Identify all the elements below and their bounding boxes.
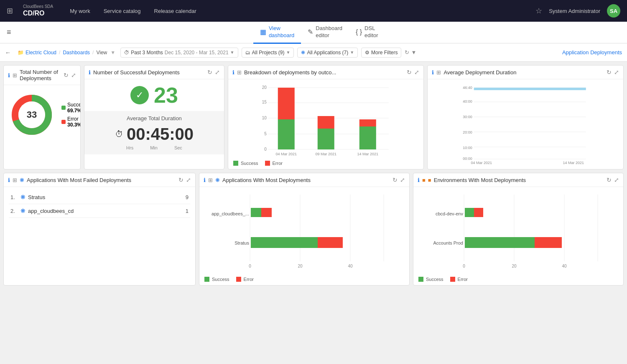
tab-dashboard-editor[interactable]: ✎ Dashboardeditor <box>301 22 349 44</box>
filter-time-period[interactable]: ⏱ Past 3 Months Dec 15, 2020 - Mar 15, 2… <box>120 48 238 58</box>
svg-text:Stratus: Stratus <box>234 240 249 245</box>
svg-rect-59 <box>535 237 562 248</box>
app-deployments-link[interactable]: Application Deployments <box>562 49 622 56</box>
widget-title-total: Total Number of Deployments <box>20 69 61 81</box>
svg-rect-55 <box>465 208 474 217</box>
info-icon-5[interactable]: ℹ <box>8 177 10 183</box>
view-dashboard-icon: ▦ <box>260 28 266 36</box>
info-icon-1[interactable]: ℹ <box>8 72 10 78</box>
info-icon-4[interactable]: ℹ <box>432 69 434 76</box>
svg-text:Accounts Prod: Accounts Prod <box>433 240 463 245</box>
favorite-icon[interactable]: ☆ <box>535 6 542 15</box>
error-label: Error 30.3% <box>67 116 81 128</box>
min-label: Min <box>150 145 158 150</box>
widget-icon-5: ⊞ <box>13 177 17 183</box>
refresh-widget-1[interactable]: ↻ <box>64 72 69 78</box>
expand-widget-7[interactable]: ⤢ <box>614 177 619 183</box>
filter-applications[interactable]: ❋ All Applications (7) ▼ <box>297 48 358 58</box>
refresh-widget-4[interactable]: ↻ <box>607 69 612 76</box>
refresh-widget-5[interactable]: ↻ <box>178 177 184 183</box>
projects-icon: 🗂 <box>245 50 250 56</box>
svg-text:30:00: 30:00 <box>463 115 473 119</box>
dropdown-icon[interactable]: ▼ <box>411 49 416 56</box>
failed-name-1[interactable]: Stratus <box>28 194 186 200</box>
svg-text:0: 0 <box>463 264 465 268</box>
breadcrumb-view: View <box>96 50 107 56</box>
expand-widget-4[interactable]: ⤢ <box>614 69 619 76</box>
refresh-widget-7[interactable]: ↻ <box>607 177 612 183</box>
svg-rect-16 <box>318 116 334 129</box>
breadcrumb-electric-cloud[interactable]: Electric Cloud <box>25 50 56 56</box>
nav-my-work[interactable]: My work <box>70 8 90 14</box>
deployment-count: ✓ 23 <box>84 79 224 111</box>
svg-text:20:00: 20:00 <box>463 130 473 134</box>
svg-rect-17 <box>359 126 376 149</box>
top-nav: ⊞ CloudBees SDA CD/RO My work Service ca… <box>0 0 627 22</box>
dashboard-editor-label: Dashboardeditor <box>316 25 342 39</box>
refresh-icon[interactable]: ↻ <box>405 49 409 56</box>
tab-dsl-editor[interactable]: { } DSLeditor <box>349 22 385 44</box>
expand-widget-5[interactable]: ⤢ <box>186 177 191 183</box>
expand-widget-3[interactable]: ⤢ <box>414 69 419 76</box>
svg-text:09 Mar 2021: 09 Mar 2021 <box>315 152 336 156</box>
info-icon-3[interactable]: ℹ <box>232 69 234 76</box>
widget-icon-7b: ■ <box>428 177 431 183</box>
tab-view-dashboard[interactable]: ▦ Viewdashboard <box>253 22 301 44</box>
failed-rank-1: 1. <box>10 194 17 200</box>
avatar[interactable]: SA <box>607 4 620 18</box>
breadcrumb-dropdown[interactable]: ▼ <box>110 50 115 56</box>
failed-name-2[interactable]: app_cloudbees_cd <box>28 208 186 214</box>
success-legend-env: Success <box>426 277 443 282</box>
svg-text:5: 5 <box>264 131 267 136</box>
info-icon-6[interactable]: ℹ <box>204 177 206 183</box>
info-icon-7[interactable]: ℹ <box>418 177 420 183</box>
widget-icon-4: ⊞ <box>436 69 441 76</box>
svg-text:0: 0 <box>264 147 267 152</box>
refresh-widget-3[interactable]: ↻ <box>407 69 412 76</box>
filter-more[interactable]: ⚙ More Filters <box>361 48 401 58</box>
widget-header-successful: ℹ Number of Successful Deployments ↻ ⤢ <box>84 66 224 79</box>
nav-release-calendar[interactable]: Release calendar <box>154 8 196 14</box>
nav-right: ☆ System Administrator SA <box>535 4 620 18</box>
legend-success-most: Success <box>204 277 229 282</box>
refresh-widget-2[interactable]: ↻ <box>207 69 212 76</box>
most-deployments-legend: Success Error <box>199 275 409 285</box>
svg-rect-34 <box>474 88 586 90</box>
sec-label: Sec <box>174 145 182 150</box>
duration-section: Average Total Duration ⏱ 00:45:00 Hrs Mi… <box>84 111 224 154</box>
widget-title-breakdown: Breakdown of deployments by outco... <box>244 69 405 76</box>
error-legend-most: Error <box>244 277 254 282</box>
widget-title-env: Environments With Most Deployments <box>434 177 604 183</box>
hamburger-icon[interactable]: ≡ <box>7 28 11 37</box>
breadcrumb-dashboards[interactable]: Dashboards <box>63 50 90 56</box>
info-icon-2[interactable]: ℹ <box>89 69 91 76</box>
expand-widget-2[interactable]: ⤢ <box>215 69 220 76</box>
nav-links: My work Service catalog Release calendar <box>70 8 196 14</box>
expand-widget-1[interactable]: ⤢ <box>71 72 76 78</box>
avg-duration-chart-container: 46:40 40:00 30:00 20:00 10:00 00:00 <box>428 79 623 167</box>
widget-avg-duration: ℹ ⊞ Average Deployment Duration ↻ ⤢ 46:4… <box>427 65 624 169</box>
grid-icon[interactable]: ⊞ <box>7 6 13 15</box>
widget-icon-5b: ❋ <box>20 177 24 183</box>
dsl-editor-icon: { } <box>356 28 362 36</box>
back-button[interactable]: ← <box>5 49 11 56</box>
svg-text:00:00: 00:00 <box>463 157 473 161</box>
legend-error: Error 30.3% <box>61 116 81 128</box>
svg-text:10: 10 <box>262 116 267 120</box>
widget-header-breakdown: ℹ ⊞ Breakdown of deployments by outco...… <box>228 66 424 79</box>
expand-widget-6[interactable]: ⤢ <box>400 177 405 183</box>
duration-value: 00:45:00 <box>127 125 194 144</box>
success-square <box>233 161 238 166</box>
toolbar: ≡ ▦ Viewdashboard ✎ Dashboardeditor { } … <box>0 22 627 43</box>
svg-text:20: 20 <box>262 85 267 90</box>
filter-projects[interactable]: 🗂 All Projects (9) ▼ <box>242 48 294 58</box>
time-chevron: ▼ <box>230 50 234 55</box>
most-deployments-svg: app_cloudbees_... Stratus 0 20 40 <box>204 190 404 274</box>
svg-rect-14 <box>278 88 295 119</box>
nav-service-catalog[interactable]: Service catalog <box>104 8 141 14</box>
failed-item-1: 1. ❋ Stratus 9 <box>9 190 190 204</box>
refresh-widget-6[interactable]: ↻ <box>393 177 398 183</box>
deployment-number: 23 <box>154 84 178 106</box>
success-dot <box>61 106 66 110</box>
breakdown-legend: Success Error <box>228 159 424 169</box>
